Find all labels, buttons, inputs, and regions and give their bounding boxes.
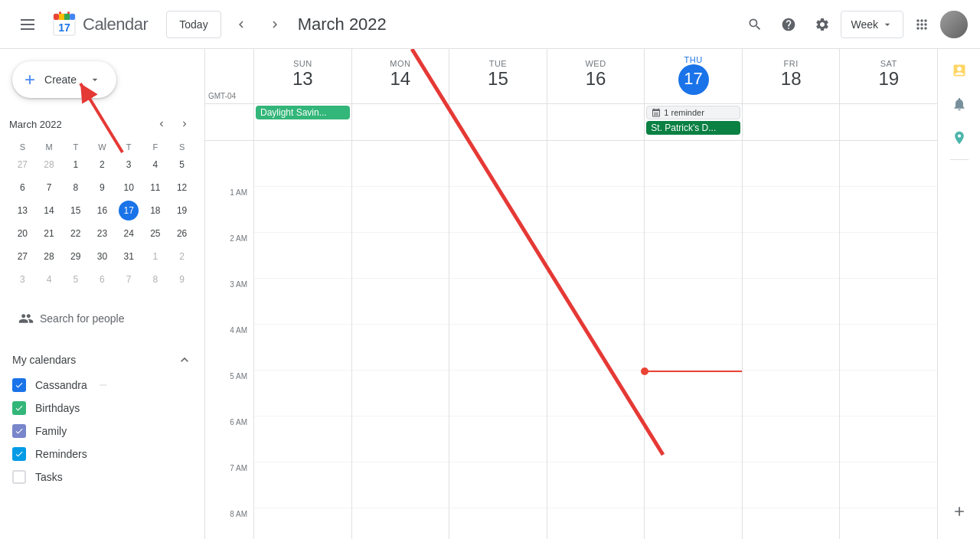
hour-slot-3-7[interactable]	[547, 462, 645, 508]
mini-cal-day-31[interactable]: 31	[116, 245, 142, 268]
hour-slot-5-6[interactable]	[743, 416, 840, 462]
daylight-saving-event[interactable]: Daylight Savin...	[256, 106, 350, 119]
hour-slot-1-1[interactable]	[352, 187, 449, 233]
mini-cal-day-27[interactable]: 27	[9, 153, 36, 176]
hour-slot-4-3[interactable]	[645, 279, 742, 325]
mini-cal-prev-button[interactable]	[151, 113, 172, 135]
hour-slot-6-6[interactable]	[840, 416, 937, 462]
mini-cal-day-30[interactable]: 30	[89, 245, 116, 268]
hour-slot-0-2[interactable]	[254, 233, 351, 279]
hour-slot-4-2[interactable]	[645, 233, 742, 279]
mini-cal-day-21[interactable]: 21	[36, 222, 63, 245]
hour-slot-6-4[interactable]	[840, 325, 937, 371]
day-header-fri[interactable]: FRI 18	[743, 49, 841, 103]
calendar-item-birthdays[interactable]: Birthdays	[9, 397, 195, 420]
day-header-tue[interactable]: TUE 15	[449, 49, 547, 103]
mini-cal-day-4[interactable]: 4	[36, 268, 63, 291]
add-panel-button[interactable]	[944, 496, 975, 527]
hour-slot-3-8[interactable]	[547, 508, 645, 539]
mini-cal-day-28[interactable]: 28	[36, 153, 63, 176]
mini-cal-day-7[interactable]: 7	[116, 268, 142, 291]
hour-slot-5-5[interactable]	[743, 371, 840, 416]
hour-slot-1-5[interactable]	[352, 371, 449, 416]
hour-slot-6-0[interactable]	[840, 141, 937, 187]
hour-slot-0-7[interactable]	[254, 462, 351, 508]
hour-slot-0-5[interactable]	[254, 371, 351, 416]
contacts-panel-button[interactable]	[944, 89, 975, 119]
hour-slot-3-2[interactable]	[547, 233, 645, 279]
hour-slot-0-8[interactable]	[254, 508, 351, 539]
mini-cal-day-8[interactable]: 8	[142, 268, 169, 291]
hour-slot-1-7[interactable]	[352, 462, 449, 508]
hour-slot-2-7[interactable]	[449, 462, 547, 508]
hour-slot-1-6[interactable]	[352, 416, 449, 462]
hour-slot-1-4[interactable]	[352, 325, 449, 371]
hour-slot-2-8[interactable]	[449, 508, 547, 539]
mini-cal-day-9[interactable]: 9	[168, 268, 195, 291]
calendar-item-cassandra[interactable]: Cassandra	[9, 374, 195, 397]
view-selector-button[interactable]: Week	[841, 11, 903, 38]
hour-slot-1-0[interactable]	[352, 141, 449, 187]
hour-slot-6-8[interactable]	[840, 508, 937, 539]
hour-slot-1-3[interactable]	[352, 279, 449, 325]
next-button[interactable]	[261, 11, 289, 38]
menu-button[interactable]	[12, 9, 43, 40]
maps-panel-button[interactable]	[944, 122, 975, 153]
mini-cal-day-2[interactable]: 2	[168, 245, 195, 268]
tasks-panel-button[interactable]	[944, 55, 975, 86]
mini-cal-day-23[interactable]: 23	[89, 222, 116, 245]
hour-slot-3-5[interactable]	[547, 371, 645, 416]
hour-slot-3-0[interactable]	[547, 141, 645, 187]
hour-slot-0-6[interactable]	[254, 416, 351, 462]
mini-cal-day-6[interactable]: 6	[9, 176, 36, 199]
hour-slot-2-1[interactable]	[449, 187, 547, 233]
hour-slot-2-2[interactable]	[449, 233, 547, 279]
hour-slot-5-1[interactable]	[743, 187, 840, 233]
search-people-button[interactable]: Search for people	[9, 303, 134, 334]
hour-slot-2-6[interactable]	[449, 416, 547, 462]
hour-slot-0-1[interactable]	[254, 187, 351, 233]
mini-cal-day-9[interactable]: 9	[89, 176, 116, 199]
day-header-thu[interactable]: THU 17	[645, 49, 743, 103]
hour-slot-5-7[interactable]	[743, 462, 840, 508]
hour-slot-5-4[interactable]	[743, 325, 840, 371]
hour-slot-4-7[interactable]	[645, 462, 742, 508]
hour-slot-6-7[interactable]	[840, 462, 937, 508]
stpatricks-event[interactable]: St. Patrick's D...	[646, 121, 740, 135]
day-header-sat[interactable]: SAT 19	[840, 49, 937, 103]
hour-slot-5-3[interactable]	[743, 279, 840, 325]
hour-slot-3-4[interactable]	[547, 325, 645, 371]
mini-cal-day-26[interactable]: 26	[168, 222, 195, 245]
hour-slot-6-5[interactable]	[840, 371, 937, 416]
help-button[interactable]	[773, 9, 804, 40]
mini-cal-day-3[interactable]: 3	[116, 153, 142, 176]
mini-cal-day-17[interactable]: 17	[116, 199, 142, 222]
calendar-item-reminders[interactable]: Reminders	[9, 443, 195, 466]
hour-slot-2-0[interactable]	[449, 141, 547, 187]
hour-slot-5-0[interactable]	[743, 141, 840, 187]
mini-cal-day-15[interactable]: 15	[62, 199, 89, 222]
hour-slot-6-2[interactable]	[840, 233, 937, 279]
mini-cal-day-18[interactable]: 18	[142, 199, 169, 222]
mini-cal-day-7[interactable]: 7	[36, 176, 63, 199]
mini-cal-day-2[interactable]: 2	[89, 153, 116, 176]
mini-cal-day-5[interactable]: 5	[168, 153, 195, 176]
hour-slot-6-1[interactable]	[840, 187, 937, 233]
mini-cal-day-20[interactable]: 20	[9, 222, 36, 245]
logo-area[interactable]: 17 Calendar	[49, 9, 148, 40]
hour-slot-4-6[interactable]	[645, 416, 742, 462]
my-calendars-header[interactable]: My calendars	[9, 346, 195, 374]
hour-slot-0-3[interactable]	[254, 279, 351, 325]
hour-slot-2-4[interactable]	[449, 325, 547, 371]
mini-cal-day-8[interactable]: 8	[62, 176, 89, 199]
calendar-item-family[interactable]: Family	[9, 420, 195, 443]
hour-slot-3-1[interactable]	[547, 187, 645, 233]
mini-cal-day-29[interactable]: 29	[62, 245, 89, 268]
prev-button[interactable]	[227, 11, 255, 38]
hour-slot-1-2[interactable]	[352, 233, 449, 279]
mini-cal-day-12[interactable]: 12	[168, 176, 195, 199]
mini-cal-day-11[interactable]: 11	[142, 176, 169, 199]
calendar-item-tasks[interactable]: Tasks	[9, 466, 195, 488]
hour-slot-5-2[interactable]	[743, 233, 840, 279]
hour-slot-6-3[interactable]	[840, 279, 937, 325]
